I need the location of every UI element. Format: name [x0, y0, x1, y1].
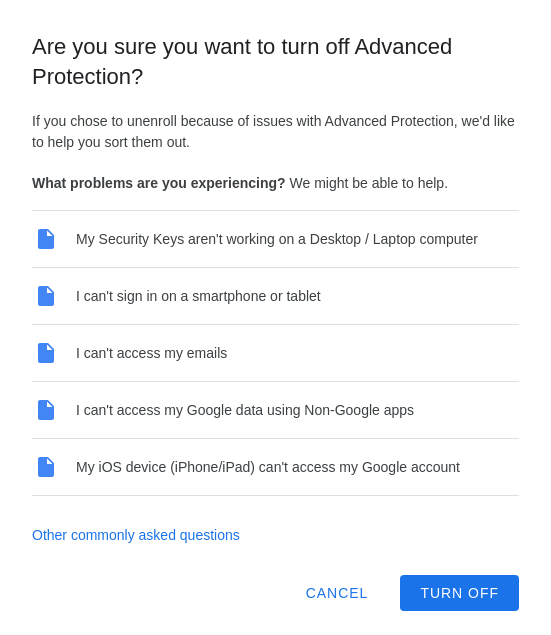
other-questions-link[interactable]: Other commonly asked questions — [32, 527, 519, 543]
list-item-5-text: My iOS device (iPhone/iPad) can't access… — [76, 458, 460, 478]
doc-icon-4 — [32, 396, 60, 424]
dialog-footer: CANCEL TURN OFF — [32, 567, 519, 611]
list-item-3[interactable]: I can't access my emails — [32, 325, 519, 382]
list-item-2[interactable]: I can't sign in on a smartphone or table… — [32, 268, 519, 325]
list-item-1-text: My Security Keys aren't working on a Des… — [76, 230, 478, 250]
dialog-container: Are you sure you want to turn off Advanc… — [0, 0, 551, 635]
problems-heading-rest: We might be able to help. — [286, 175, 448, 191]
doc-icon-2 — [32, 282, 60, 310]
turn-off-button[interactable]: TURN OFF — [400, 575, 519, 611]
doc-icon-5 — [32, 453, 60, 481]
problems-heading-bold: What problems are you experiencing? — [32, 175, 286, 191]
list-item-4-text: I can't access my Google data using Non-… — [76, 401, 414, 421]
doc-icon-1 — [32, 225, 60, 253]
doc-icon-3 — [32, 339, 60, 367]
list-item-5[interactable]: My iOS device (iPhone/iPad) can't access… — [32, 439, 519, 496]
dialog-subtitle: If you chose to unenroll because of issu… — [32, 111, 519, 153]
list-item-3-text: I can't access my emails — [76, 344, 227, 364]
help-items-list: My Security Keys aren't working on a Des… — [32, 210, 519, 511]
dialog-title: Are you sure you want to turn off Advanc… — [32, 32, 519, 91]
problems-heading: What problems are you experiencing? We m… — [32, 173, 519, 194]
list-item-2-text: I can't sign in on a smartphone or table… — [76, 287, 321, 307]
list-item-4[interactable]: I can't access my Google data using Non-… — [32, 382, 519, 439]
cancel-button[interactable]: CANCEL — [286, 575, 389, 611]
list-item-1[interactable]: My Security Keys aren't working on a Des… — [32, 211, 519, 268]
